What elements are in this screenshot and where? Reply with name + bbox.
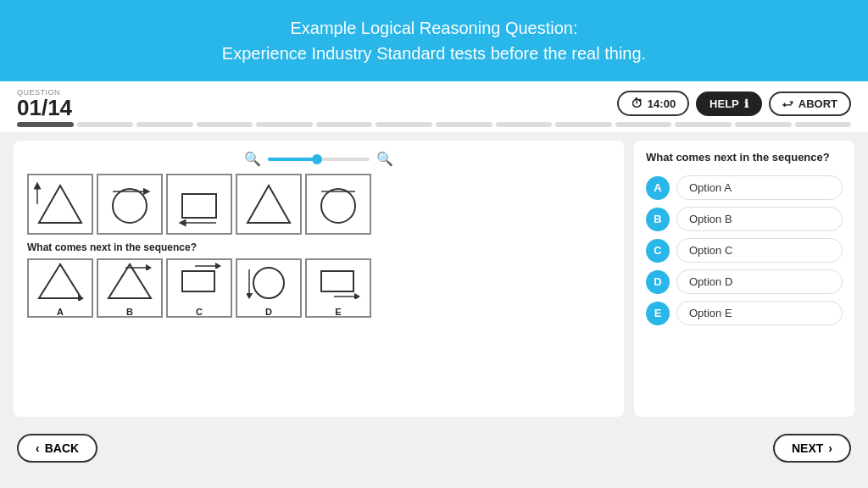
svg-marker-9 xyxy=(39,264,81,298)
header-title: Example Logical Reasoning Question: Expe… xyxy=(17,15,851,66)
option-button-e[interactable]: Option E xyxy=(676,301,843,325)
header: Example Logical Reasoning Question: Expe… xyxy=(0,0,868,81)
answer-box-e[interactable]: E xyxy=(305,258,371,318)
svg-marker-6 xyxy=(248,186,290,223)
timer-value: 14:00 xyxy=(648,97,676,110)
answer-label-c: C xyxy=(196,307,203,317)
answer-box-b[interactable]: B xyxy=(97,258,163,318)
option-row-e: E Option E xyxy=(646,301,843,325)
option-row-c: C Option C xyxy=(646,238,843,263)
zoom-thumb xyxy=(312,154,322,164)
controls-area: ⏱ 14:00 HELP ℹ ⮐ ABORT xyxy=(617,91,851,116)
progress-seg-9 xyxy=(496,122,553,127)
option-badge-a: A xyxy=(646,176,670,200)
option-button-b[interactable]: Option B xyxy=(676,207,843,231)
right-question-text: What comes next in the sequence? xyxy=(646,151,843,164)
question-info: QUESTION 01/14 xyxy=(17,88,72,119)
option-badge-d: D xyxy=(646,270,670,294)
seq-box-4 xyxy=(236,174,302,235)
progress-seg-3 xyxy=(136,122,193,127)
answer-row: A B C xyxy=(27,258,610,318)
question-bar: QUESTION 01/14 ⏱ 14:00 HELP ℹ ⮐ ABORT xyxy=(0,81,868,122)
next-icon: › xyxy=(828,441,832,455)
sequence-question-label: What comes next in the sequence? xyxy=(27,241,610,253)
progress-seg-10 xyxy=(555,122,612,127)
right-panel: What comes next in the sequence? A Optio… xyxy=(634,141,854,417)
abort-label: ABORT xyxy=(798,97,837,110)
option-button-a[interactable]: Option A xyxy=(676,175,843,200)
progress-bar xyxy=(0,122,868,132)
option-button-d[interactable]: Option D xyxy=(676,269,843,294)
answer-label-a: A xyxy=(57,307,64,317)
progress-seg-12 xyxy=(675,122,732,127)
option-badge-c: C xyxy=(646,239,670,263)
answer-box-c[interactable]: C xyxy=(166,258,232,318)
progress-seg-13 xyxy=(735,122,792,127)
abort-icon: ⮐ xyxy=(782,97,793,110)
next-button[interactable]: NEXT › xyxy=(773,434,851,463)
answer-label-b: B xyxy=(126,307,133,317)
progress-seg-6 xyxy=(316,122,373,127)
seq-box-1 xyxy=(27,174,93,235)
progress-seg-11 xyxy=(615,122,672,127)
option-row-a: A Option A xyxy=(646,175,843,200)
svg-point-7 xyxy=(321,189,355,223)
progress-segment-filled xyxy=(17,122,74,127)
svg-marker-0 xyxy=(39,186,81,223)
left-panel: 🔍 🔍 xyxy=(14,141,624,417)
answer-box-d[interactable]: D xyxy=(236,258,302,318)
zoom-area: 🔍 🔍 xyxy=(27,151,610,167)
sequence-row xyxy=(27,174,610,235)
progress-seg-14 xyxy=(795,122,852,127)
main-content: 🔍 🔍 xyxy=(0,132,868,425)
info-icon: ℹ xyxy=(744,97,748,110)
timer-button[interactable]: ⏱ 14:00 xyxy=(617,91,689,116)
back-label: BACK xyxy=(45,441,79,455)
progress-seg-7 xyxy=(376,122,432,127)
option-button-c[interactable]: Option C xyxy=(676,238,843,263)
svg-point-2 xyxy=(113,189,147,223)
option-badge-b: B xyxy=(646,208,670,231)
help-label: HELP xyxy=(709,97,739,110)
answer-label-d: D xyxy=(265,307,272,317)
progress-seg-2 xyxy=(77,122,134,127)
svg-rect-13 xyxy=(182,271,214,291)
progress-seg-5 xyxy=(256,122,313,127)
svg-rect-4 xyxy=(182,194,216,218)
back-icon: ‹ xyxy=(36,441,40,455)
footer: ‹ BACK NEXT › xyxy=(0,425,868,471)
svg-point-15 xyxy=(253,268,284,298)
question-number: 01/14 xyxy=(17,97,72,119)
progress-seg-8 xyxy=(436,122,492,127)
progress-seg-4 xyxy=(197,122,253,127)
back-button[interactable]: ‹ BACK xyxy=(17,434,97,463)
svg-marker-11 xyxy=(108,264,151,298)
seq-box-3 xyxy=(166,174,232,235)
next-label: NEXT xyxy=(792,441,823,455)
zoom-slider[interactable] xyxy=(268,158,370,161)
option-badge-e: E xyxy=(646,302,670,325)
seq-box-2 xyxy=(97,174,163,235)
option-row-b: B Option B xyxy=(646,207,843,231)
option-row-d: D Option D xyxy=(646,269,843,294)
abort-button[interactable]: ⮐ ABORT xyxy=(769,92,851,116)
zoom-in-icon: 🔍 xyxy=(376,151,393,167)
clock-icon: ⏱ xyxy=(631,97,643,110)
svg-rect-17 xyxy=(321,271,353,291)
seq-box-5 xyxy=(305,174,371,235)
zoom-track xyxy=(268,158,314,161)
help-button[interactable]: HELP ℹ xyxy=(696,92,762,116)
answer-label-e: E xyxy=(335,307,341,317)
answer-box-a[interactable]: A xyxy=(27,258,93,318)
zoom-out-icon: 🔍 xyxy=(244,151,261,167)
